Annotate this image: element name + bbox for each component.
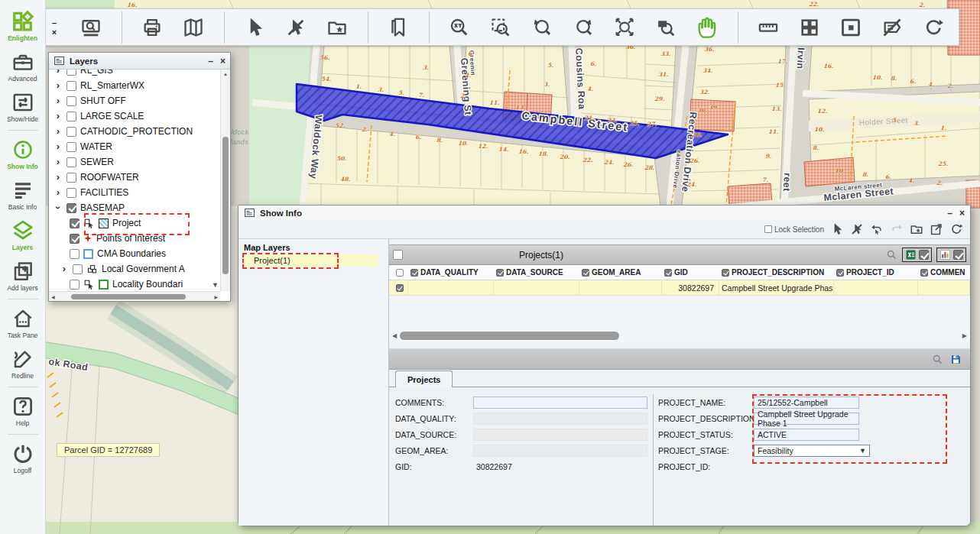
sidebar-item-basic-info[interactable]: Basic Info — [0, 174, 45, 215]
layer-item-points-of-interest[interactable]: Points of Interest — [49, 231, 220, 246]
column-header[interactable]: GEOM_AREA — [579, 265, 662, 280]
column-checkbox[interactable] — [664, 269, 672, 277]
layer-checkbox[interactable] — [67, 127, 76, 137]
lock-selection-control[interactable]: Lock Selection — [764, 225, 824, 234]
folder-star-icon[interactable] — [910, 222, 923, 236]
reload-icon[interactable] — [949, 222, 963, 236]
expand-chevron[interactable]: › — [54, 96, 63, 105]
expand-chevron[interactable]: › — [54, 188, 63, 197]
column-checkbox[interactable] — [582, 269, 589, 277]
expand-chevron[interactable]: › — [54, 142, 63, 151]
layer-checkbox[interactable] — [67, 203, 76, 213]
column-header[interactable]: PROJECT_DESCRIPTION — [719, 265, 834, 280]
zoom-to-selection-button[interactable] — [648, 11, 683, 44]
pan-button[interactable] — [690, 11, 725, 44]
show-info-titlebar[interactable]: Show Info – × — [239, 206, 970, 220]
row-select-all-checkbox[interactable] — [396, 269, 404, 277]
sidebar-item-layers[interactable]: Layers — [0, 215, 45, 255]
layer-item-roofwater[interactable]: ›ROOFWATER — [49, 170, 220, 185]
layer-checkbox[interactable] — [70, 234, 80, 244]
column-header[interactable]: PROJECT_ID — [834, 265, 918, 280]
chart-checkbox[interactable] — [953, 250, 963, 260]
expand-chevron[interactable]: › — [54, 157, 63, 167]
view-grid-button[interactable] — [792, 11, 827, 44]
table-row[interactable]: 30822697 Campbell Street Upgrade Phas... — [389, 280, 970, 296]
excel-checkbox[interactable] — [919, 250, 929, 260]
column-header[interactable]: COMMEN — [918, 265, 970, 280]
zoom-to-xy-button[interactable] — [442, 11, 477, 44]
deselect-cursor-icon[interactable] — [850, 222, 864, 236]
layer-checkbox[interactable] — [67, 112, 76, 121]
layer-item-sewer[interactable]: ›SEWER — [49, 154, 220, 170]
zoom-full-extent-button[interactable] — [607, 11, 642, 44]
expand-chevron[interactable]: › — [54, 81, 63, 90]
layer-checkbox[interactable] — [67, 96, 76, 106]
layer-item-rl-gis[interactable]: ›RL_GIS — [49, 70, 220, 78]
column-header[interactable]: DATA_QUALITY — [408, 265, 494, 280]
row-checkbox[interactable] — [396, 284, 404, 292]
show-info-close-button[interactable]: × — [959, 209, 965, 218]
zoom-box-button[interactable] — [483, 11, 518, 44]
layer-item-facilities[interactable]: ›FACILITIES — [49, 185, 220, 200]
zoom-next-button[interactable] — [566, 11, 601, 44]
column-checkbox[interactable] — [496, 269, 504, 277]
scroll-left-arrow[interactable]: ◀ — [392, 332, 397, 339]
chart-control[interactable] — [936, 248, 966, 262]
expand-chevron[interactable]: › — [54, 112, 63, 121]
print-button[interactable] — [135, 11, 170, 44]
select-button[interactable] — [237, 11, 272, 44]
scroll-right-arrow[interactable]: ▶ — [962, 332, 967, 339]
zoom-previous-button[interactable] — [524, 11, 560, 44]
show-info-minimize-button[interactable]: – — [947, 209, 952, 218]
sidebar-item-show-info[interactable]: Show Info — [0, 134, 45, 174]
column-checkbox[interactable] — [836, 269, 844, 277]
layer-checkbox[interactable] — [67, 188, 76, 198]
sidebar-item-show-hide[interactable]: Show/Hide — [0, 86, 45, 127]
expand-chevron[interactable]: › — [60, 264, 69, 273]
search-icon[interactable] — [886, 249, 897, 261]
layer-item-local-government[interactable]: ›Local Government A — [49, 261, 220, 277]
project-status-field[interactable]: ACTIVE — [754, 429, 859, 441]
layer-checkbox[interactable] — [70, 280, 80, 290]
layers-close-button[interactable]: × — [220, 57, 226, 66]
toggle-labels-button[interactable] — [875, 11, 910, 44]
sidebar-item-task-pane[interactable]: Task Pane — [0, 303, 45, 343]
toolbar-close-button[interactable]: × — [52, 28, 57, 36]
scrollbar-thumb[interactable] — [222, 137, 229, 274]
select-cursor-icon[interactable] — [830, 222, 844, 236]
layer-item-basemap[interactable]: ›BASEMAP — [49, 200, 220, 215]
column-checkbox[interactable] — [722, 269, 729, 277]
layer-checkbox[interactable] — [67, 70, 76, 76]
saved-locations-button[interactable] — [320, 11, 355, 44]
layers-horizontal-scrollbar[interactable]: ◀▶ — [49, 291, 220, 301]
sidebar-item-logoff[interactable]: Logoff — [0, 438, 45, 478]
column-checkbox[interactable] — [410, 269, 418, 277]
save-icon[interactable] — [950, 354, 962, 365]
column-header[interactable]: GID — [662, 265, 719, 280]
expand-chevron[interactable]: › — [54, 203, 63, 212]
sidebar-item-add-layers[interactable]: Add layers — [0, 255, 45, 296]
layer-item-large-scale[interactable]: ›LARGE SCALE — [49, 108, 220, 124]
previous-selection-icon[interactable] — [870, 222, 884, 236]
search-icon[interactable] — [932, 354, 943, 365]
layer-item-shut-off[interactable]: ›SHUT OFF — [49, 93, 220, 108]
layer-item-rl-smarterwx[interactable]: ›RL_SmarterWX — [49, 78, 220, 93]
scrollbar-thumb[interactable] — [400, 332, 619, 340]
selected-layer-item[interactable]: Project(1) — [244, 254, 378, 267]
clear-selection-button[interactable] — [278, 11, 313, 44]
project-stage-select[interactable]: Feasibility▼ — [754, 445, 870, 457]
toolbar-minimize-button[interactable]: – — [52, 19, 57, 27]
layer-checkbox[interactable] — [67, 173, 76, 183]
sidebar-item-enlighten[interactable]: Enlighten — [0, 5, 45, 46]
select-all-checkbox[interactable] — [393, 250, 403, 260]
layer-item-cathodic-protection[interactable]: ›CATHODIC_PROTECTION — [49, 124, 220, 139]
measure-button[interactable] — [751, 11, 786, 44]
layer-checkbox[interactable] — [67, 157, 76, 167]
layer-item-cma-boundaries[interactable]: CMA Boundaries — [49, 246, 220, 261]
overview-window-button[interactable] — [833, 11, 868, 44]
layer-item-water[interactable]: ›WATER — [49, 139, 220, 154]
layers-panel-titlebar[interactable]: Layers – × — [49, 53, 230, 70]
layer-checkbox[interactable] — [73, 264, 83, 274]
layers-vertical-scrollbar[interactable]: ▲ — [220, 70, 230, 291]
map-book-button[interactable] — [176, 11, 211, 44]
